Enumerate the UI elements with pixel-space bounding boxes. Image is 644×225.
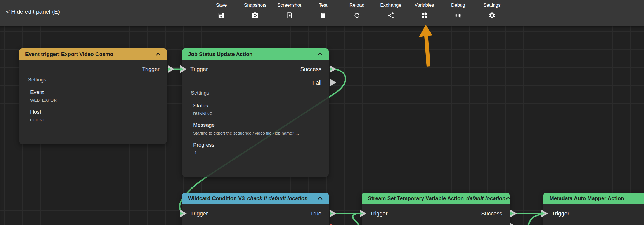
chevron-up-icon[interactable] [318,53,323,56]
field-label: Status [193,103,208,109]
output-port-label: Fail [493,223,502,225]
save-icon [218,12,225,19]
input-port-label: Trigger [370,209,388,218]
hide-edit-panel-button[interactable]: < Hide edit panel (E) [6,8,60,15]
node-canvas[interactable]: Event trigger: Export Video Cosmo Trigge… [0,26,644,225]
node-header[interactable]: Event trigger: Export Video Cosmo [19,48,167,60]
input-port-label: Trigger [190,65,208,73]
input-port-trigger[interactable] [180,65,187,73]
field-label: Message [193,122,215,128]
output-port-fail[interactable] [510,223,517,225]
toolbar-button-save[interactable]: Save [216,3,227,19]
share-icon [387,12,394,19]
wire-streamset-trigger-branch-down [353,214,359,225]
screenshot-icon [286,12,293,19]
node-title: Event trigger: Export Video Cosmo [25,51,113,57]
field-value: Starting to export the sequence / video … [193,131,299,135]
node-title: Job Status Update Action [188,51,252,57]
field-label: Event [30,89,44,95]
node-wildcard-condition: Wildcard Condition V3 check if default l… [182,193,329,225]
node-title: Metadata Auto Mapper Action [550,195,624,201]
output-port-label: Fail [312,78,321,87]
field-value: RUNNING [193,111,213,116]
camera-icon [252,12,259,19]
node-subtitle: check if default location [247,195,308,201]
toolbar-button-snapshots[interactable]: Snapshots [244,3,266,19]
output-port-label: Success [481,209,502,218]
chevron-up-icon[interactable] [318,197,323,200]
toolbar-button-test[interactable]: Test [319,3,327,19]
node-event-trigger: Event trigger: Export Video Cosmo Trigge… [19,48,167,144]
input-port-trigger[interactable] [359,209,367,218]
output-port-label: True [310,209,321,218]
field-value: -1 [193,150,197,155]
toolbar-button-reload[interactable]: Reload [349,3,364,19]
input-port-label: Trigger [190,209,208,218]
field-value: CLIENT [30,118,45,122]
output-port-success[interactable] [329,65,337,73]
toolbar-button-screenshot[interactable]: Screenshot [277,3,301,19]
field-label: Progress [193,142,214,148]
output-port-fail[interactable] [329,78,337,87]
node-header[interactable]: Job Status Update Action [182,48,329,60]
input-port-trigger[interactable] [180,209,187,218]
node-header[interactable]: Wildcard Condition V3 check if default l… [182,193,329,204]
node-header[interactable]: Metadata Auto Mapper Action [543,193,644,204]
toolbar-button-exchange[interactable]: Exchange [380,3,401,19]
top-toolbar: < Hide edit panel (E) Save Snapshots Scr… [0,0,644,26]
wire-metadata-trigger-branch-down [528,214,542,225]
node-job-status-update: Job Status Update Action Trigger Success… [182,48,329,177]
test-icon [319,12,327,19]
node-header[interactable]: Stream Set Temporary Variable Action def… [362,193,510,204]
node-title: Wildcard Condition V3 [188,195,245,201]
field-value: WEB_EXPORT [30,98,59,102]
input-port-label: Trigger [552,209,569,218]
output-port-true[interactable] [329,209,337,218]
output-port-trigger[interactable] [167,65,175,73]
output-port-success[interactable] [510,209,517,218]
toolbar-button-debug[interactable]: Debug [451,3,465,19]
node-metadata-auto-mapper: Metadata Auto Mapper Action Trigger [543,193,644,225]
node-title: Stream Set Temporary Variable Action [368,195,464,201]
toolbar-button-settings[interactable]: Settings [483,3,500,19]
reload-icon [353,12,361,19]
output-port-label: False [308,223,321,225]
input-port-trigger[interactable] [541,209,548,218]
chevron-up-icon[interactable] [156,53,161,56]
divider [190,165,318,165]
output-port-label: Success [300,65,321,73]
node-stream-set-temp-variable: Stream Set Temporary Variable Action def… [362,193,510,225]
node-subtitle: default location [466,195,505,201]
settings-section-header: Settings [191,90,318,96]
blur-dots-icon [454,12,462,19]
toolbar-button-variables[interactable]: Variables [415,3,434,19]
field-label: Host [30,109,41,115]
chevron-up-icon[interactable] [506,197,510,200]
widgets-icon [421,12,428,19]
output-port-label: Trigger [142,65,160,73]
divider [27,133,157,133]
settings-section-header: Settings [28,77,157,83]
gear-icon [488,12,496,19]
output-port-false[interactable] [329,223,337,225]
